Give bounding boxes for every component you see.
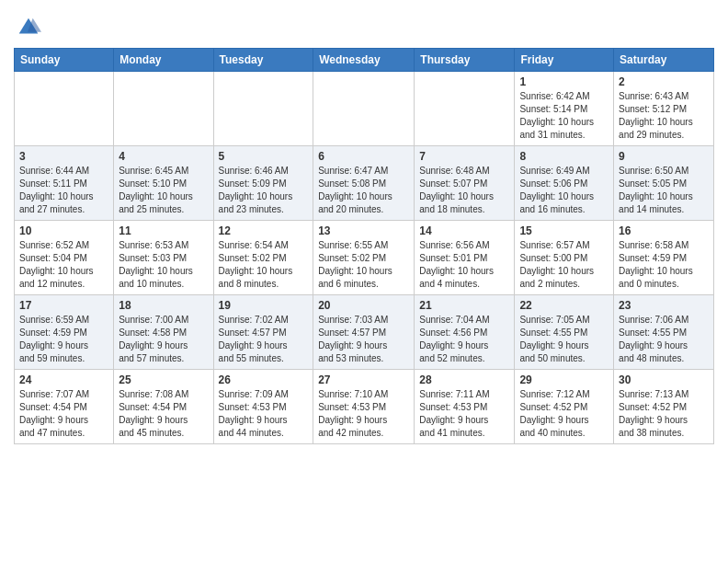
day-info: Sunrise: 7:02 AM Sunset: 4:57 PM Dayligh… xyxy=(219,314,309,365)
day-number: 21 xyxy=(419,299,509,312)
day-number: 12 xyxy=(219,224,309,237)
day-info: Sunrise: 7:13 AM Sunset: 4:52 PM Dayligh… xyxy=(619,388,709,440)
day-number: 8 xyxy=(519,150,609,163)
day-info: Sunrise: 6:46 AM Sunset: 5:09 PM Dayligh… xyxy=(219,165,309,216)
dow-saturday: Saturday xyxy=(614,49,714,72)
day-info: Sunrise: 7:09 AM Sunset: 4:53 PM Dayligh… xyxy=(219,388,309,440)
calendar-cell: 24Sunrise: 7:07 AM Sunset: 4:54 PM Dayli… xyxy=(15,370,114,444)
calendar-cell xyxy=(213,72,313,146)
calendar-cell: 15Sunrise: 6:57 AM Sunset: 5:00 PM Dayli… xyxy=(515,221,614,295)
calendar-table: SundayMondayTuesdayWednesdayThursdayFrid… xyxy=(14,48,714,444)
calendar-week-row: 24Sunrise: 7:07 AM Sunset: 4:54 PM Dayli… xyxy=(15,370,714,444)
day-info: Sunrise: 7:12 AM Sunset: 4:52 PM Dayligh… xyxy=(519,388,609,440)
day-info: Sunrise: 6:54 AM Sunset: 5:02 PM Dayligh… xyxy=(219,239,309,291)
calendar-cell: 10Sunrise: 6:52 AM Sunset: 5:04 PM Dayli… xyxy=(15,221,114,295)
day-info: Sunrise: 7:10 AM Sunset: 4:53 PM Dayligh… xyxy=(318,388,409,440)
calendar-cell: 20Sunrise: 7:03 AM Sunset: 4:57 PM Dayli… xyxy=(313,295,415,370)
dow-tuesday: Tuesday xyxy=(213,49,313,72)
day-info: Sunrise: 6:49 AM Sunset: 5:06 PM Dayligh… xyxy=(519,165,609,216)
calendar-cell: 11Sunrise: 6:53 AM Sunset: 5:03 PM Dayli… xyxy=(114,221,213,295)
calendar-cell: 1Sunrise: 6:42 AM Sunset: 5:14 PM Daylig… xyxy=(515,72,614,146)
calendar-cell: 7Sunrise: 6:48 AM Sunset: 5:07 PM Daylig… xyxy=(415,146,515,221)
calendar-cell: 29Sunrise: 7:12 AM Sunset: 4:52 PM Dayli… xyxy=(515,370,614,444)
day-info: Sunrise: 7:04 AM Sunset: 4:56 PM Dayligh… xyxy=(419,314,509,365)
calendar-cell: 18Sunrise: 7:00 AM Sunset: 4:58 PM Dayli… xyxy=(114,295,213,370)
day-info: Sunrise: 7:08 AM Sunset: 4:54 PM Dayligh… xyxy=(119,388,208,440)
calendar-cell: 9Sunrise: 6:50 AM Sunset: 5:05 PM Daylig… xyxy=(614,146,714,221)
day-info: Sunrise: 7:11 AM Sunset: 4:53 PM Dayligh… xyxy=(419,388,509,440)
day-info: Sunrise: 7:06 AM Sunset: 4:55 PM Dayligh… xyxy=(619,314,709,365)
day-number: 20 xyxy=(318,299,409,312)
day-number: 9 xyxy=(619,150,709,163)
calendar-week-row: 10Sunrise: 6:52 AM Sunset: 5:04 PM Dayli… xyxy=(15,221,714,295)
day-number: 3 xyxy=(19,150,108,163)
dow-friday: Friday xyxy=(515,49,614,72)
day-info: Sunrise: 6:45 AM Sunset: 5:10 PM Dayligh… xyxy=(119,165,208,216)
day-number: 11 xyxy=(119,224,208,237)
day-info: Sunrise: 7:03 AM Sunset: 4:57 PM Dayligh… xyxy=(318,314,409,365)
calendar-week-row: 3Sunrise: 6:44 AM Sunset: 5:11 PM Daylig… xyxy=(15,146,714,221)
day-info: Sunrise: 6:47 AM Sunset: 5:08 PM Dayligh… xyxy=(318,165,409,216)
day-number: 25 xyxy=(119,373,208,386)
day-info: Sunrise: 6:43 AM Sunset: 5:12 PM Dayligh… xyxy=(619,90,709,142)
day-info: Sunrise: 6:53 AM Sunset: 5:03 PM Dayligh… xyxy=(119,239,208,291)
calendar-cell xyxy=(15,72,114,146)
calendar-cell xyxy=(415,72,515,146)
day-info: Sunrise: 7:00 AM Sunset: 4:58 PM Dayligh… xyxy=(119,314,208,365)
calendar-cell: 3Sunrise: 6:44 AM Sunset: 5:11 PM Daylig… xyxy=(15,146,114,221)
day-number: 6 xyxy=(318,150,409,163)
day-number: 17 xyxy=(19,299,108,312)
calendar-cell: 27Sunrise: 7:10 AM Sunset: 4:53 PM Dayli… xyxy=(313,370,415,444)
calendar-cell: 28Sunrise: 7:11 AM Sunset: 4:53 PM Dayli… xyxy=(415,370,515,444)
day-number: 29 xyxy=(519,373,609,386)
calendar-cell xyxy=(313,72,415,146)
header xyxy=(14,9,714,40)
day-number: 26 xyxy=(219,373,309,386)
calendar-cell: 14Sunrise: 6:56 AM Sunset: 5:01 PM Dayli… xyxy=(415,221,515,295)
logo-icon xyxy=(16,15,41,40)
logo xyxy=(14,15,41,40)
dow-thursday: Thursday xyxy=(415,49,515,72)
day-info: Sunrise: 6:42 AM Sunset: 5:14 PM Dayligh… xyxy=(519,90,609,142)
calendar-cell: 8Sunrise: 6:49 AM Sunset: 5:06 PM Daylig… xyxy=(515,146,614,221)
day-info: Sunrise: 6:55 AM Sunset: 5:02 PM Dayligh… xyxy=(318,239,409,291)
day-number: 16 xyxy=(619,224,709,237)
calendar-week-row: 1Sunrise: 6:42 AM Sunset: 5:14 PM Daylig… xyxy=(15,72,714,146)
day-number: 2 xyxy=(619,75,709,88)
calendar-cell: 23Sunrise: 7:06 AM Sunset: 4:55 PM Dayli… xyxy=(614,295,714,370)
page: SundayMondayTuesdayWednesdayThursdayFrid… xyxy=(0,0,728,458)
day-number: 28 xyxy=(419,373,509,386)
day-number: 4 xyxy=(119,150,208,163)
day-number: 30 xyxy=(619,373,709,386)
day-number: 5 xyxy=(219,150,309,163)
day-info: Sunrise: 6:57 AM Sunset: 5:00 PM Dayligh… xyxy=(519,239,609,291)
calendar-cell: 26Sunrise: 7:09 AM Sunset: 4:53 PM Dayli… xyxy=(213,370,313,444)
day-info: Sunrise: 6:52 AM Sunset: 5:04 PM Dayligh… xyxy=(19,239,108,291)
calendar-week-row: 17Sunrise: 6:59 AM Sunset: 4:59 PM Dayli… xyxy=(15,295,714,370)
day-number: 24 xyxy=(19,373,108,386)
calendar-cell: 19Sunrise: 7:02 AM Sunset: 4:57 PM Dayli… xyxy=(213,295,313,370)
day-number: 7 xyxy=(419,150,509,163)
calendar-cell: 2Sunrise: 6:43 AM Sunset: 5:12 PM Daylig… xyxy=(614,72,714,146)
calendar-header-row: SundayMondayTuesdayWednesdayThursdayFrid… xyxy=(15,49,714,72)
day-info: Sunrise: 6:50 AM Sunset: 5:05 PM Dayligh… xyxy=(619,165,709,216)
day-number: 15 xyxy=(519,224,609,237)
calendar-cell: 13Sunrise: 6:55 AM Sunset: 5:02 PM Dayli… xyxy=(313,221,415,295)
calendar-cell: 25Sunrise: 7:08 AM Sunset: 4:54 PM Dayli… xyxy=(114,370,213,444)
day-number: 13 xyxy=(318,224,409,237)
calendar-cell: 16Sunrise: 6:58 AM Sunset: 4:59 PM Dayli… xyxy=(614,221,714,295)
day-info: Sunrise: 6:56 AM Sunset: 5:01 PM Dayligh… xyxy=(419,239,509,291)
day-info: Sunrise: 6:48 AM Sunset: 5:07 PM Dayligh… xyxy=(419,165,509,216)
calendar-cell: 22Sunrise: 7:05 AM Sunset: 4:55 PM Dayli… xyxy=(515,295,614,370)
calendar-cell: 5Sunrise: 6:46 AM Sunset: 5:09 PM Daylig… xyxy=(213,146,313,221)
calendar-cell: 6Sunrise: 6:47 AM Sunset: 5:08 PM Daylig… xyxy=(313,146,415,221)
day-number: 27 xyxy=(318,373,409,386)
day-info: Sunrise: 6:44 AM Sunset: 5:11 PM Dayligh… xyxy=(19,165,108,216)
day-number: 1 xyxy=(519,75,609,88)
day-info: Sunrise: 7:07 AM Sunset: 4:54 PM Dayligh… xyxy=(19,388,108,440)
calendar-cell: 17Sunrise: 6:59 AM Sunset: 4:59 PM Dayli… xyxy=(15,295,114,370)
day-info: Sunrise: 7:05 AM Sunset: 4:55 PM Dayligh… xyxy=(519,314,609,365)
day-number: 10 xyxy=(19,224,108,237)
day-number: 22 xyxy=(519,299,609,312)
dow-monday: Monday xyxy=(114,49,213,72)
